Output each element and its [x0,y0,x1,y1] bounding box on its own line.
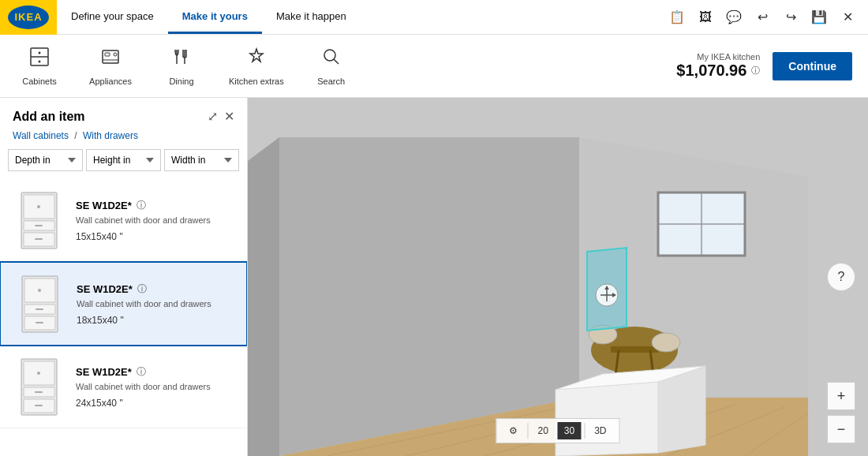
cabinets-icon [28,46,51,73]
height-filter[interactable]: Height in [86,149,161,171]
svg-rect-24 [36,308,43,310]
category-kitchen-extras[interactable]: Kitchen extras [229,46,284,86]
svg-point-2 [39,52,41,54]
product-dims-1: 15x15x40 " [76,231,236,242]
close-btn[interactable]: ✕ [835,5,860,30]
panel-header: Add an item ⤢ ✕ [0,98,247,129]
ikea-logo-inner: IKEA [8,6,49,29]
right-panel: ? + − ⚙ 20 30 3D [248,98,868,456]
nav-actions: 📋 🖼 💬 ↩ ↪ 💾 ✕ [664,5,868,30]
category-dining[interactable]: Dining [158,46,205,86]
svg-rect-25 [36,322,43,323]
view-20-btn[interactable]: 20 [531,422,554,439]
help-button[interactable]: ? [827,263,855,291]
price-value: $1,070.96 [676,62,746,80]
category-search[interactable]: Search [308,46,355,86]
search-icon [320,46,342,73]
cabinets-label: Cabinets [22,77,56,86]
tab-define[interactable]: Define your space [57,0,168,34]
product-info-2: SE W1D2E* ⓘ Wall cabinet with door and d… [77,282,235,326]
nav-tabs: Define your space Make it yours Make it … [57,0,664,34]
product-dims-2: 18x15x40 " [77,315,235,326]
appliances-label: Appliances [89,77,132,86]
product-list: SE W1D2E* ⓘ Wall cabinet with door and d… [0,179,247,456]
price-section: My IKEA kitchen $1,070.96 ⓘ Continue [676,52,852,80]
view-settings-btn[interactable]: ⚙ [503,422,524,439]
svg-marker-37 [248,137,279,456]
ikea-logo-text: IKEA [14,11,42,23]
svg-point-10 [324,50,335,61]
tab-make-happen[interactable]: Make it happen [262,0,361,34]
dining-label: Dining [169,77,193,86]
svg-point-3 [39,61,41,63]
svg-rect-4 [103,50,118,63]
view-3d-btn[interactable]: 3D [588,422,612,439]
expand-icon-btn[interactable]: ⤢ [208,109,218,124]
view-separator [527,423,528,439]
notes-icon-btn[interactable]: 📋 [664,5,690,30]
svg-point-53 [652,333,680,352]
kitchen-extras-label: Kitchen extras [229,77,284,86]
product-name-2: SE W1D2E* [77,283,133,295]
room-scene [248,98,868,456]
product-name-1: SE W1D2E* [76,200,132,211]
left-panel: Add an item ⤢ ✕ Wall cabinets / With dra… [0,98,248,456]
svg-rect-18 [35,238,43,240]
product-info-3: SE W1D2E* ⓘ Wall cabinet with door and d… [76,365,236,409]
breadcrumb: Wall cabinets / With drawers [0,129,247,149]
panel-header-icons: ⤢ ✕ [208,109,234,124]
breadcrumb-wall-cabinets[interactable]: Wall cabinets [13,130,69,141]
product-item-3[interactable]: SE W1D2E* ⓘ Wall cabinet with door and d… [0,346,247,428]
price-info-icon[interactable]: ⓘ [751,65,760,77]
product-info-1: SE W1D2E* ⓘ Wall cabinet with door and d… [76,199,236,242]
filters: Depth in Height in Width in [0,149,247,179]
svg-rect-5 [105,53,110,56]
gallery-icon-btn[interactable]: 🖼 [693,5,718,30]
svg-point-6 [114,53,117,56]
panel-close-btn[interactable]: ✕ [224,109,234,124]
view-controls: ⚙ 20 30 3D [496,418,619,443]
svg-rect-32 [35,405,43,406]
product-desc-3: Wall cabinet with door and drawers [76,382,236,391]
product-name-row-2: SE W1D2E* ⓘ [77,282,235,296]
product-desc-2: Wall cabinet with door and drawers [77,299,235,308]
product-info-icon-2[interactable]: ⓘ [137,282,147,296]
price-block: My IKEA kitchen $1,070.96 ⓘ [676,52,760,80]
kitchen-extras-icon [245,46,268,73]
redo-btn[interactable]: ↪ [778,5,803,30]
svg-point-30 [37,372,40,375]
save-btn[interactable]: 💾 [806,5,832,30]
product-item-1[interactable]: SE W1D2E* ⓘ Wall cabinet with door and d… [0,179,247,262]
breadcrumb-separator: / [74,130,80,141]
product-name-row-1: SE W1D2E* ⓘ [76,199,236,212]
search-label: Search [317,77,345,86]
svg-rect-31 [35,391,43,393]
product-item-2[interactable]: SE W1D2E* ⓘ Wall cabinet with door and d… [0,261,247,346]
svg-point-16 [37,205,40,208]
chat-icon-btn[interactable]: 💬 [721,5,746,30]
breadcrumb-with-drawers[interactable]: With drawers [83,130,138,141]
undo-btn[interactable]: ↩ [750,5,775,30]
width-filter[interactable]: Width in [164,149,239,171]
svg-line-11 [334,59,339,64]
product-info-icon-1[interactable]: ⓘ [137,199,146,212]
zoom-out-btn[interactable]: − [827,415,855,443]
product-name-row-3: SE W1D2E* ⓘ [76,365,236,379]
zoom-in-btn[interactable]: + [827,382,855,410]
category-cabinets[interactable]: Cabinets [16,46,63,86]
depth-filter[interactable]: Depth in [8,149,83,171]
dining-icon [170,46,193,73]
canvas-controls: + − [827,382,855,443]
view-30-btn[interactable]: 30 [558,422,581,439]
main-content: Add an item ⤢ ✕ Wall cabinets / With dra… [0,98,868,456]
tab-make-yours[interactable]: Make it yours [168,0,262,34]
category-appliances[interactable]: Appliances [87,46,134,86]
panel-title: Add an item [13,110,85,124]
svg-point-23 [38,289,41,292]
product-info-icon-3[interactable]: ⓘ [137,365,146,379]
product-thumb-1 [11,189,66,252]
product-dims-3: 24x15x40 " [76,398,236,409]
product-name-3: SE W1D2E* [76,366,132,378]
view-separator-2 [584,423,585,439]
continue-button[interactable]: Continue [773,52,852,80]
